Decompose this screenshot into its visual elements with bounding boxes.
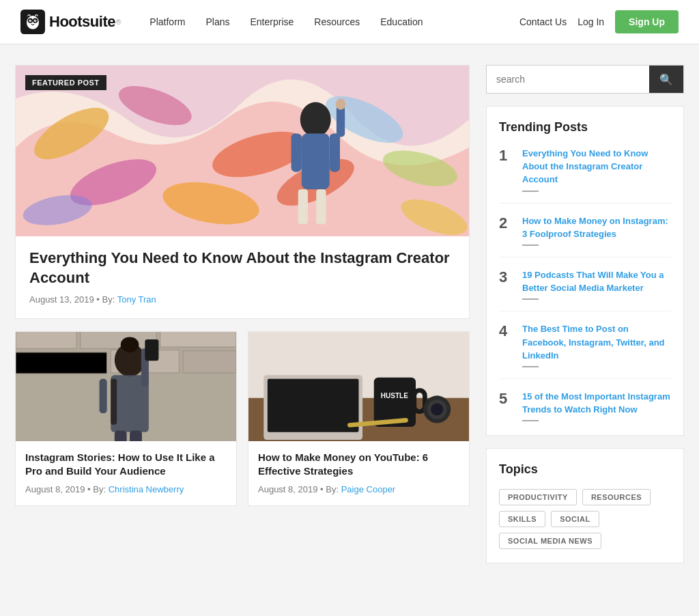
nav-education[interactable]: Education	[372, 11, 431, 33]
nav-enterprise[interactable]: Enterprise	[242, 11, 302, 33]
featured-by: By:	[102, 294, 115, 305]
trending-link-1[interactable]: How to Make Money on Instagram: 3 Foolpr…	[522, 216, 668, 239]
login-link[interactable]: Log In	[577, 16, 604, 27]
svg-point-6	[30, 20, 31, 20]
trending-link-0[interactable]: Everything You Need to Know About the In…	[522, 148, 648, 184]
trending-link-4[interactable]: 15 of the Most Important Instagram Trend…	[522, 391, 670, 415]
topic-tag-4[interactable]: SOCIAL MEDIA NEWS	[499, 533, 601, 549]
trending-item-3: 4 The Best Time to Post on Facebook, Ins…	[499, 322, 671, 379]
svg-text:HUSTLE: HUSTLE	[381, 392, 408, 400]
svg-rect-23	[291, 133, 302, 171]
featured-meta: August 13, 2019 • By: Tony Tran	[29, 294, 455, 305]
small-card-image-0	[16, 332, 236, 441]
contact-link[interactable]: Contact Us	[519, 16, 567, 27]
svg-rect-47	[268, 379, 359, 432]
svg-point-53	[431, 404, 443, 416]
svg-rect-29	[16, 332, 76, 348]
trending-divider-4	[522, 420, 539, 421]
svg-point-1	[27, 16, 39, 29]
svg-rect-40	[100, 379, 107, 413]
sidebar: 🔍 Trending Posts 1 Everything You Need t…	[486, 65, 684, 576]
trending-number-4: 5	[499, 390, 514, 421]
svg-rect-43	[130, 431, 142, 441]
brand-name: Hootsuite	[49, 13, 115, 31]
svg-rect-25	[337, 106, 345, 137]
page-wrapper: FEATURED POST	[1, 65, 698, 576]
trending-divider-3	[522, 366, 539, 367]
trending-item-0: 1 Everything You Need to Know About the …	[499, 147, 671, 204]
small-card-author-0[interactable]: Christina Newberry	[109, 484, 184, 494]
topic-tag-3[interactable]: SOCIAL	[551, 511, 599, 527]
search-button[interactable]: 🔍	[649, 66, 683, 93]
featured-date: August 13, 2019	[29, 294, 94, 305]
small-card-image-1: HUSTLE	[248, 332, 469, 441]
featured-badge: FEATURED POST	[25, 75, 106, 90]
small-card-date-1: August 8, 2019	[258, 484, 317, 494]
small-card-1: HUSTLE How to Make Money on YouTube: 6 E…	[248, 331, 470, 506]
small-card-body-0: Instagram Stories: How to Use It Like a …	[16, 441, 236, 505]
trending-text-wrapper-3: The Best Time to Post on Facebook, Insta…	[522, 322, 671, 367]
svg-rect-42	[115, 431, 127, 441]
svg-point-5	[34, 19, 37, 22]
topic-tag-1[interactable]: RESOURCES	[582, 489, 651, 505]
search-box: 🔍	[486, 65, 684, 94]
small-card-title-1[interactable]: How to Make Money on YouTube: 6 Effectiv…	[258, 451, 459, 479]
nav-links: Platform Plans Enterprise Resources Educ…	[141, 11, 519, 33]
search-input[interactable]	[487, 66, 649, 93]
featured-author[interactable]: Tony Tran	[117, 294, 156, 305]
nav-resources[interactable]: Resources	[306, 11, 368, 33]
trending-divider-0	[522, 191, 539, 192]
svg-rect-39	[145, 339, 158, 361]
nav-plans[interactable]: Plans	[197, 11, 238, 33]
topics-tags: PRODUCTIVITY RESOURCES SKILLS SOCIAL SOC…	[499, 489, 671, 549]
featured-card: FEATURED POST	[15, 65, 470, 319]
signup-button[interactable]: Sign Up	[615, 10, 679, 33]
content-area: FEATURED POST	[15, 65, 470, 576]
svg-rect-31	[160, 332, 236, 347]
navbar: Hootsuite® Platform Plans Enterprise Res…	[0, 0, 699, 44]
svg-rect-22	[316, 189, 326, 224]
trending-text-wrapper-4: 15 of the Most Important Instagram Trend…	[522, 390, 671, 421]
topic-tag-0[interactable]: PRODUCTIVITY	[499, 489, 577, 505]
small-card-title-0[interactable]: Instagram Stories: How to Use It Like a …	[25, 451, 227, 479]
card-art-1: HUSTLE	[248, 332, 469, 441]
trending-posts-card: Trending Posts 1 Everything You Need to …	[486, 106, 684, 436]
owl-icon	[20, 10, 45, 34]
nav-right: Contact Us Log In Sign Up	[519, 10, 679, 33]
topics-card: Topics PRODUCTIVITY RESOURCES SKILLS SOC…	[486, 448, 684, 563]
featured-art	[16, 66, 469, 236]
svg-rect-41	[111, 379, 117, 425]
small-card-0: Instagram Stories: How to Use It Like a …	[15, 331, 237, 506]
featured-image: FEATURED POST	[16, 66, 469, 236]
svg-point-7	[35, 20, 36, 20]
svg-rect-34	[183, 351, 236, 373]
trending-number-0: 1	[499, 147, 514, 192]
trending-number-1: 2	[499, 214, 514, 246]
logo[interactable]: Hootsuite®	[20, 10, 121, 34]
svg-rect-24	[330, 133, 340, 171]
trending-number-3: 4	[499, 322, 514, 367]
trending-link-3[interactable]: The Best Time to Post on Facebook, Insta…	[522, 324, 665, 360]
topic-tag-2[interactable]: SKILLS	[499, 511, 545, 527]
topics-heading: Topics	[499, 462, 671, 477]
svg-rect-20	[302, 133, 330, 189]
small-card-body-1: How to Make Money on YouTube: 6 Effectiv…	[248, 441, 469, 505]
featured-title[interactable]: Everything You Need to Know About the In…	[29, 249, 455, 288]
nav-platform[interactable]: Platform	[141, 11, 193, 33]
small-card-author-1[interactable]: Paige Cooper	[341, 484, 396, 494]
trending-item-4: 5 15 of the Most Important Instagram Tre…	[499, 390, 671, 421]
small-card-meta-0: August 8, 2019 • By: Christina Newberry	[25, 484, 227, 494]
featured-card-body: Everything You Need to Know About the In…	[16, 236, 469, 318]
trending-number-2: 3	[499, 268, 514, 300]
trending-link-2[interactable]: 19 Podcasts That Will Make You a Better …	[522, 270, 664, 293]
svg-point-4	[29, 19, 32, 22]
trending-text-wrapper-1: How to Make Money on Instagram: 3 Foolpr…	[522, 214, 671, 246]
trending-divider-2	[522, 298, 539, 300]
trending-item-1: 2 How to Make Money on Instagram: 3 Fool…	[499, 214, 671, 257]
svg-point-36	[121, 337, 139, 352]
trending-heading: Trending Posts	[499, 120, 671, 135]
svg-point-19	[300, 102, 331, 137]
svg-rect-32	[16, 352, 107, 374]
svg-rect-21	[298, 189, 308, 224]
small-card-date-0: August 8, 2019	[25, 484, 85, 494]
